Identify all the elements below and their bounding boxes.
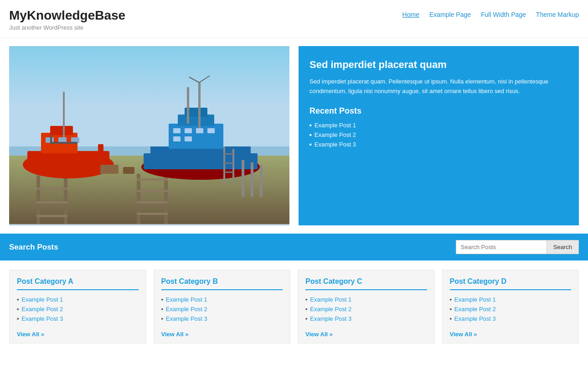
category-list-item: Example Post 1: [17, 295, 139, 304]
category-post-link[interactable]: Example Post 3: [166, 315, 207, 322]
category-title-a: Post Category A: [17, 277, 139, 290]
recent-post-link[interactable]: Example Post 2: [315, 131, 356, 138]
nav-home[interactable]: Home: [402, 11, 419, 18]
recent-posts-title: Recent Posts: [309, 106, 568, 116]
hero-image-svg: [9, 46, 289, 224]
svg-rect-38: [198, 83, 201, 128]
svg-rect-48: [251, 162, 253, 197]
view-all-d[interactable]: View All »: [450, 331, 477, 338]
category-list-b: Example Post 1 Example Post 2 Example Po…: [161, 295, 283, 323]
site-header: MyKnowledgeBase Just another WordPress s…: [0, 0, 588, 38]
svg-rect-9: [137, 174, 140, 224]
svg-rect-37: [185, 136, 192, 141]
main-navigation: Home Example Page Full Width Page Theme …: [402, 8, 579, 18]
svg-rect-44: [223, 153, 234, 155]
category-box-c: Post Category C Example Post 1 Example P…: [298, 270, 435, 344]
category-post-link[interactable]: Example Post 2: [454, 306, 496, 313]
svg-rect-32: [173, 128, 181, 133]
category-box-d: Post Category D Example Post 1 Example P…: [442, 270, 579, 344]
category-list-item: Example Post 1: [450, 295, 572, 304]
recent-post-link[interactable]: Example Post 1: [315, 122, 356, 129]
category-list-item: Example Post 2: [450, 304, 572, 314]
category-post-link[interactable]: Example Post 1: [21, 296, 63, 303]
svg-rect-50: [100, 165, 119, 174]
svg-rect-23: [50, 142, 77, 144]
svg-rect-11: [137, 178, 168, 181]
search-bar: Search Posts Search: [0, 234, 588, 261]
category-list-item: Example Post 2: [305, 304, 427, 314]
svg-rect-45: [223, 162, 234, 164]
nav-full-width-page[interactable]: Full Width Page: [481, 11, 526, 18]
category-list-item: Example Post 3: [450, 314, 572, 323]
category-title-d: Post Category D: [450, 277, 572, 290]
svg-rect-33: [185, 128, 192, 133]
svg-rect-27: [144, 153, 258, 169]
svg-rect-10: [164, 174, 168, 224]
site-tagline: Just another WordPress site: [9, 24, 125, 31]
svg-rect-34: [196, 128, 203, 133]
nav-theme-markup[interactable]: Theme Markup: [536, 11, 579, 18]
search-bar-label: Search Posts: [9, 243, 58, 252]
category-post-link[interactable]: Example Post 2: [310, 306, 351, 313]
category-title-c: Post Category C: [305, 277, 427, 290]
svg-rect-16: [27, 151, 109, 167]
svg-rect-8: [36, 215, 67, 217]
category-list-item: Example Post 1: [305, 295, 427, 304]
category-post-link[interactable]: Example Post 3: [21, 315, 63, 322]
recent-posts-list: Example Post 1 Example Post 2 Example Po…: [309, 120, 568, 149]
svg-rect-47: [242, 160, 244, 197]
category-post-link[interactable]: Example Post 1: [454, 296, 496, 303]
svg-rect-46: [223, 172, 234, 173]
category-post-link[interactable]: Example Post 3: [454, 315, 496, 322]
svg-rect-22: [63, 92, 65, 137]
svg-rect-51: [123, 167, 134, 174]
svg-rect-24: [50, 135, 52, 144]
category-post-link[interactable]: Example Post 2: [21, 306, 63, 313]
recent-post-item: Example Post 1: [309, 120, 568, 130]
category-list-item: Example Post 3: [161, 314, 283, 323]
category-list-item: Example Post 2: [161, 304, 283, 314]
view-all-b[interactable]: View All »: [161, 331, 189, 338]
svg-rect-42: [223, 146, 225, 183]
svg-rect-29: [169, 124, 223, 149]
nav-example-page[interactable]: Example Page: [429, 11, 471, 18]
search-button[interactable]: Search: [547, 240, 579, 254]
svg-rect-12: [137, 190, 168, 192]
svg-rect-6: [36, 188, 67, 190]
category-list-d: Example Post 1 Example Post 2 Example Po…: [450, 295, 572, 323]
categories-section: Post Category A Example Post 1 Example P…: [9, 270, 579, 344]
category-list-item: Example Post 3: [305, 314, 427, 323]
site-branding: MyKnowledgeBase Just another WordPress s…: [9, 8, 125, 31]
view-all-c[interactable]: View All »: [305, 331, 333, 338]
category-post-link[interactable]: Example Post 2: [166, 306, 207, 313]
svg-rect-13: [137, 201, 168, 203]
svg-rect-36: [173, 136, 181, 141]
category-list-item: Example Post 3: [17, 314, 139, 323]
svg-rect-18: [50, 126, 73, 135]
recent-post-link[interactable]: Example Post 3: [315, 141, 356, 148]
svg-rect-14: [137, 213, 168, 215]
recent-post-item: Example Post 3: [309, 140, 568, 149]
category-list-a: Example Post 1 Example Post 2 Example Po…: [17, 295, 139, 323]
hero-image: [9, 46, 289, 225]
svg-rect-7: [36, 201, 67, 203]
hero-heading: Sed imperdiet placerat quam: [309, 59, 568, 71]
category-post-link[interactable]: Example Post 3: [310, 315, 351, 322]
search-bar-form: Search: [456, 240, 579, 254]
category-list-c: Example Post 1 Example Post 2 Example Po…: [305, 295, 427, 323]
svg-rect-35: [207, 128, 215, 133]
svg-rect-49: [260, 165, 263, 197]
site-title: MyKnowledgeBase: [9, 8, 125, 23]
hero-section: Sed imperdiet placerat quam Sed imperdie…: [9, 46, 579, 225]
view-all-a[interactable]: View All »: [17, 331, 44, 338]
recent-post-item: Example Post 2: [309, 130, 568, 140]
category-post-link[interactable]: Example Post 1: [166, 296, 207, 303]
svg-rect-39: [187, 87, 189, 124]
category-title-b: Post Category B: [161, 277, 283, 290]
category-list-item: Example Post 2: [17, 304, 139, 314]
category-list-item: Example Post 1: [161, 295, 283, 304]
hero-text: Sed imperdiet placerat quam. Pellentesqu…: [309, 77, 568, 96]
search-input[interactable]: [456, 240, 547, 254]
category-post-link[interactable]: Example Post 1: [310, 296, 351, 303]
category-box-b: Post Category B Example Post 1 Example P…: [154, 270, 291, 344]
